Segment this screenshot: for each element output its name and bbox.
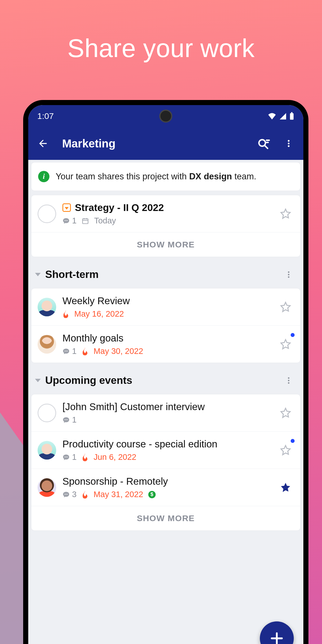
avatar[interactable] <box>38 441 56 460</box>
star-icon[interactable] <box>280 482 291 493</box>
section-more-button[interactable] <box>282 374 295 387</box>
task-meta: 1 Today <box>62 216 271 225</box>
star-icon[interactable] <box>280 301 291 313</box>
task-row[interactable]: Monthly goals 1 May 30, 2022 <box>31 325 300 363</box>
appbar-title: Marketing <box>59 137 247 150</box>
task-body: Weekly Review May 16, 2022 <box>62 295 271 319</box>
dollar-icon: $ <box>148 491 156 498</box>
inbox-icon <box>62 203 71 212</box>
promo-background: Share your work 1:07 <box>0 0 322 644</box>
info-banner[interactable]: i Your team shares this project with DX … <box>31 162 300 191</box>
unread-dot-icon <box>291 333 295 337</box>
task-row[interactable]: Productivity course - special edition 1 … <box>31 431 300 469</box>
svg-point-10 <box>66 220 67 221</box>
due-date: May 31, 2022 <box>93 490 143 499</box>
front-camera <box>159 110 172 123</box>
task-meta: 3 May 31, 2022 $ <box>62 490 271 499</box>
section-card: [John Smith] Customer interview 1 <box>31 394 301 531</box>
svg-point-28 <box>64 456 65 457</box>
collapse-icon <box>35 273 41 276</box>
task-body: Monthly goals 1 May 30, 2022 <box>62 332 271 356</box>
svg-point-8 <box>288 145 290 147</box>
svg-point-6 <box>288 140 290 142</box>
svg-point-19 <box>64 351 65 351</box>
show-more-button[interactable]: SHOW MORE <box>31 506 300 530</box>
pinned-card: Strategy - II Q 2022 1 Today <box>31 195 301 257</box>
svg-point-33 <box>67 494 68 495</box>
task-row[interactable]: Weekly Review May 16, 2022 <box>31 288 300 325</box>
task-body: Strategy - II Q 2022 1 Today <box>62 202 271 225</box>
back-button[interactable] <box>34 135 51 152</box>
content-area: i Your team shares this project with DX … <box>28 160 303 531</box>
svg-rect-0 <box>290 113 294 120</box>
svg-point-9 <box>64 220 65 221</box>
star-column <box>277 482 294 493</box>
avatar[interactable] <box>38 298 56 316</box>
star-icon[interactable] <box>280 445 291 456</box>
svg-point-26 <box>66 419 67 420</box>
section-header[interactable]: Upcoming events <box>31 367 301 394</box>
avatar[interactable] <box>38 335 56 354</box>
section-more-button[interactable] <box>282 268 295 281</box>
due-date: May 30, 2022 <box>93 347 143 356</box>
comment-count: 1 <box>62 452 77 462</box>
task-title: [John Smith] Customer interview <box>62 401 271 412</box>
section-title: Upcoming events <box>45 375 278 386</box>
phone-frame: 1:07 Mark <box>23 100 308 644</box>
star-column <box>277 445 294 456</box>
collapse-icon <box>35 379 41 382</box>
svg-point-7 <box>288 143 290 144</box>
svg-point-16 <box>288 271 289 273</box>
svg-rect-12 <box>82 219 88 223</box>
task-body: [John Smith] Customer interview 1 <box>62 401 271 425</box>
task-title: Sponsorship - Remotely <box>62 476 271 487</box>
task-row[interactable]: Strategy - II Q 2022 1 Today <box>31 195 300 232</box>
svg-point-25 <box>64 419 65 420</box>
flame-icon <box>82 347 88 355</box>
svg-point-22 <box>288 377 289 379</box>
app-bar: Marketing <box>28 127 303 160</box>
section-header[interactable]: Short-term <box>31 261 301 288</box>
svg-point-11 <box>67 220 68 221</box>
svg-point-27 <box>67 419 68 420</box>
comment-count: 1 <box>62 415 77 425</box>
task-body: Productivity course - special edition 1 … <box>62 438 271 462</box>
calendar-icon <box>82 217 89 225</box>
svg-point-17 <box>288 274 289 275</box>
svg-point-20 <box>66 351 67 351</box>
svg-point-32 <box>66 494 67 495</box>
info-banner-card: i Your team shares this project with DX … <box>31 162 301 191</box>
comment-count: 1 <box>62 216 77 225</box>
task-row[interactable]: Sponsorship - Remotely 3 May 31, 2022 <box>31 469 300 506</box>
star-column <box>277 407 294 419</box>
task-meta: 1 <box>62 415 271 425</box>
cellular-icon <box>279 113 286 119</box>
task-meta: 1 May 30, 2022 <box>62 347 271 356</box>
promo-title: Share your work <box>0 34 322 63</box>
status-icons <box>268 112 294 120</box>
svg-rect-1 <box>291 112 292 113</box>
due-label: Today <box>94 216 116 225</box>
info-text: Your team shares this project with DX de… <box>56 171 256 182</box>
star-column <box>277 339 294 350</box>
task-title: Monthly goals <box>62 332 271 344</box>
avatar[interactable] <box>38 478 56 497</box>
star-icon[interactable] <box>280 407 291 419</box>
task-row[interactable]: [John Smith] Customer interview 1 <box>31 394 300 431</box>
task-meta: May 16, 2022 <box>62 309 271 319</box>
task-body: Sponsorship - Remotely 3 May 31, 2022 <box>62 476 271 499</box>
more-menu-button[interactable] <box>280 135 297 152</box>
section-title: Short-term <box>45 269 278 280</box>
flame-icon <box>82 491 88 499</box>
svg-point-29 <box>66 456 67 457</box>
star-icon[interactable] <box>280 339 291 350</box>
search-filter-button[interactable] <box>255 135 272 152</box>
svg-point-31 <box>64 494 65 495</box>
add-fab[interactable] <box>260 621 294 644</box>
svg-point-21 <box>67 351 68 351</box>
due-date: May 16, 2022 <box>74 309 124 319</box>
complete-circle[interactable] <box>38 404 56 422</box>
complete-circle[interactable] <box>38 204 56 223</box>
star-icon[interactable] <box>280 208 291 219</box>
show-more-button[interactable]: SHOW MORE <box>31 232 300 257</box>
